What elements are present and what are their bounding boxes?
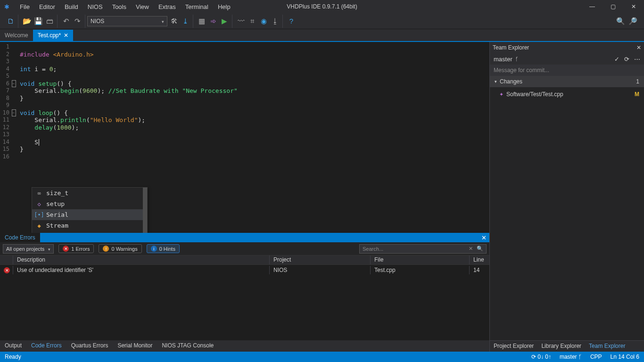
menu-nios[interactable]: NIOS (83, 1, 107, 12)
commit-message-input[interactable]: Message for commit... (490, 65, 644, 76)
error-project: NIOS (270, 266, 371, 274)
help-icon[interactable]: ? (287, 16, 296, 26)
errors-col-file[interactable]: File (371, 255, 470, 264)
menu-file[interactable]: File (15, 1, 34, 12)
bottom-tab[interactable]: Output (0, 340, 26, 352)
statusbar: Ready ⟳ 0↓ 0↑ master ᚶ CPP Ln 14 Col 6 (0, 352, 644, 362)
chip-icon[interactable]: ▦ (197, 16, 206, 26)
errors-table-body: ✕ Use of undeclared identifier 'S' NIOS … (0, 265, 489, 340)
menu-extras[interactable]: Extras (154, 1, 181, 12)
autocomplete-item[interactable]: ◆String (32, 231, 147, 233)
autocomplete-popup[interactable]: ∞size_t◇setup[•]Serial◆Stream◆String◆Str… (32, 187, 148, 233)
bottom-tab[interactable]: Quartus Errors (66, 340, 113, 352)
autocomplete-item[interactable]: ◇setup (32, 198, 147, 209)
autocomplete-item[interactable]: ◆Stream (32, 220, 147, 231)
menu-help[interactable]: Help (213, 1, 235, 12)
tab-close-icon[interactable]: ✕ (64, 32, 68, 39)
project-select[interactable]: NIOS (87, 16, 167, 26)
autocomplete-scrollbar[interactable] (143, 188, 147, 233)
changes-label: Changes (500, 78, 522, 85)
window-title: VHDPlus IDE 0.9.7.1 (64bit) (287, 3, 357, 10)
status-branch[interactable]: master ᚶ (560, 354, 582, 360)
status-sync[interactable]: ⟳ 0↓ 0↑ (531, 354, 551, 360)
open-folder-icon[interactable]: 📂 (22, 16, 32, 26)
changes-section-header[interactable]: ▾ Changes 1 (490, 76, 644, 87)
autocomplete-item-label: setup (46, 200, 65, 207)
autocomplete-item-icon: ∞ (36, 190, 42, 197)
error-row-icon: ✕ (4, 267, 10, 273)
menu-terminal[interactable]: Terminal (181, 1, 213, 12)
warnings-pill[interactable]: ! 0 Warnings (99, 244, 141, 253)
commit-check-icon[interactable]: ✓ (614, 56, 619, 63)
side-tab[interactable]: Project Explorer (490, 341, 537, 352)
bottom-tab[interactable]: Serial Monitor (113, 340, 157, 352)
file-change-icon: ✦ (499, 91, 504, 98)
wave-icon[interactable]: 〰 (236, 16, 246, 26)
minimize-button[interactable]: — (582, 0, 603, 13)
bottom-tab[interactable]: NIOS JTAG Console (157, 340, 218, 352)
more-icon[interactable]: ⋯ (634, 56, 640, 63)
code-errors-tab[interactable]: Code Errors (0, 233, 40, 242)
editor-tab[interactable]: Test.cpp*✕ (33, 30, 73, 41)
hammer-icon[interactable]: 🛠 (169, 16, 179, 26)
scope-select[interactable]: All open projects (3, 244, 54, 254)
search-icon[interactable]: 🔍 (477, 246, 483, 252)
autocomplete-item[interactable]: ∞size_t (32, 188, 147, 198)
zoom-in-icon[interactable]: 🔍 (616, 16, 625, 26)
panel-close-icon[interactable]: ✕ (636, 44, 641, 51)
change-item[interactable]: ✦ Software/Test/Test.cpp M (490, 89, 644, 99)
export-icon[interactable]: ⭳ (270, 16, 280, 26)
bottom-tabs: OutputCode ErrorsQuartus ErrorsSerial Mo… (0, 340, 489, 352)
branch-name[interactable]: master (494, 56, 512, 63)
errors-col-project[interactable]: Project (270, 255, 371, 264)
bottom-tab[interactable]: Code Errors (26, 340, 66, 352)
error-row[interactable]: ✕ Use of undeclared identifier 'S' NIOS … (0, 265, 489, 275)
hints-pill[interactable]: i 0 Hints (147, 244, 180, 253)
hint-badge-icon: i (151, 246, 157, 252)
autocomplete-item-icon: ◇ (36, 201, 42, 207)
errors-col-icon (0, 255, 13, 264)
errors-col-line[interactable]: Line (470, 255, 489, 264)
link-icon[interactable]: ➾ (208, 16, 218, 26)
scope-select-value: All open projects (6, 246, 44, 252)
globe-icon[interactable]: ◉ (259, 16, 268, 26)
debug-icon[interactable]: ⌗ (248, 16, 257, 26)
chevron-down-icon (162, 18, 164, 25)
side-tab[interactable]: Team Explorer (585, 341, 629, 352)
autocomplete-item-icon: ◆ (36, 222, 42, 229)
menu-build[interactable]: Build (60, 1, 83, 12)
menu-view[interactable]: View (131, 1, 154, 12)
errors-pill[interactable]: ✕ 1 Errors (58, 244, 94, 253)
refresh-icon[interactable]: ⟳ (624, 56, 629, 63)
close-button[interactable]: ✕ (623, 0, 644, 13)
autocomplete-item-label: size_t (46, 189, 68, 197)
clear-search-icon[interactable]: ✕ (469, 246, 473, 252)
undo-icon[interactable]: ↶ (61, 16, 71, 26)
menu-editor[interactable]: Editor (34, 1, 60, 12)
play-icon[interactable]: ▶ (220, 16, 229, 26)
minimap[interactable] (484, 42, 489, 233)
code-editor[interactable]: 12345678910111213141516 −− #include <Ard… (0, 42, 489, 233)
side-tab[interactable]: Library Explorer (537, 341, 585, 352)
maximize-button[interactable]: ▢ (603, 0, 623, 13)
status-position[interactable]: Ln 14 Col 6 (611, 354, 639, 360)
autocomplete-item-icon: [•] (36, 212, 42, 218)
new-file-icon[interactable]: 🗋 (6, 16, 15, 26)
save-icon[interactable]: 💾 (33, 16, 43, 26)
save-all-icon[interactable]: 🗃 (45, 16, 54, 26)
branch-icon: ᚶ (515, 56, 519, 62)
error-file: Test.cpp (371, 266, 470, 274)
download-icon[interactable]: ⤓ (181, 16, 190, 26)
changes-count: 1 (636, 78, 639, 85)
editor-tab[interactable]: Welcome (0, 30, 33, 41)
errors-count: 1 Errors (71, 246, 90, 252)
autocomplete-item[interactable]: [•]Serial (32, 209, 147, 220)
panel-close-icon[interactable]: ✕ (481, 234, 487, 241)
errors-search-input[interactable]: Search... ✕ 🔍 (359, 244, 487, 254)
errors-col-description[interactable]: Description (13, 255, 270, 264)
redo-icon[interactable]: ↷ (73, 16, 82, 26)
status-lang[interactable]: CPP (590, 354, 602, 360)
zoom-out-icon[interactable]: 🔎 (628, 16, 637, 26)
error-line: 14 (470, 266, 489, 274)
menu-tools[interactable]: Tools (107, 1, 131, 12)
